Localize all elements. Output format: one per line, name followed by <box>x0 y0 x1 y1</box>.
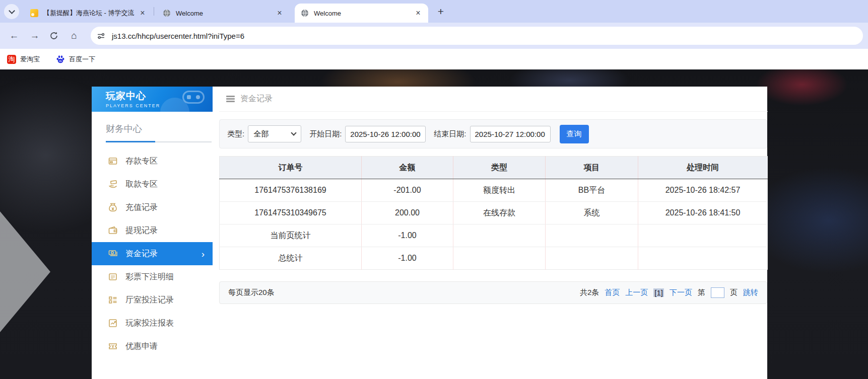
chart-report-icon <box>108 319 117 328</box>
svg-text:du: du <box>59 59 62 62</box>
sidebar-item-label: 提现记录 <box>125 225 158 236</box>
tab-title: Welcome <box>176 10 272 17</box>
browser-toolbar: ← → ⌂ js13.cc/hhcp/usercenter.html?iniTy… <box>0 23 868 49</box>
cell-type: 在线存款 <box>453 202 546 224</box>
cash-notes-icon <box>108 249 117 258</box>
page-title: 资金记录 <box>240 94 273 104</box>
cell-amount: -1.00 <box>362 224 453 247</box>
sidebar-item-label: 玩家投注报表 <box>125 318 174 329</box>
cell-time: 2025-10-26 18:42:57 <box>638 179 768 202</box>
back-icon[interactable]: ← <box>8 30 21 41</box>
section-title: 财务中心 <box>106 123 213 135</box>
table-row-grand-total: 总统计 -1.00 <box>220 247 768 270</box>
wallet-icon <box>108 226 117 235</box>
col-order-id: 订单号 <box>220 157 362 179</box>
cell-order-id: 1761475376138169 <box>220 179 362 202</box>
tab-welcome-1[interactable]: Welcome × <box>157 4 290 23</box>
sidebar-banner: 玩家中心 PLAYERS CENTER <box>92 87 213 112</box>
sidebar-item-withdrawal-records[interactable]: 提现记录 <box>92 219 213 242</box>
money-bag-icon <box>108 203 117 212</box>
jump-suffix-text: 页 <box>730 288 738 297</box>
cell-item: BB平台 <box>546 179 638 202</box>
sidebar-item-withdraw-zone[interactable]: 取款专区 <box>92 173 213 196</box>
start-date-label: 开始日期: <box>309 129 342 139</box>
close-icon[interactable]: × <box>138 8 148 18</box>
sidebar-item-hall-bet-records[interactable]: 厅室投注记录 <box>92 288 213 312</box>
globe-icon <box>163 9 171 17</box>
site-settings-icon[interactable] <box>94 29 108 43</box>
url-text[interactable]: js13.cc/hhcp/usercenter.html?iniType=6 <box>112 32 244 40</box>
first-page-link[interactable]: 首页 <box>605 288 620 297</box>
new-tab-button[interactable]: + <box>434 5 447 18</box>
forward-icon[interactable]: → <box>28 30 41 41</box>
jump-prefix-text: 第 <box>698 288 705 297</box>
sidebar-item-fund-records[interactable]: 资金记录 › <box>92 242 213 265</box>
close-icon[interactable]: × <box>413 8 423 18</box>
filter-bar: 类型: 全部 开始日期: 结束日期: 查询 <box>219 119 767 148</box>
table-row: 1761475376138169 -201.00 额度转出 BB平台 2025-… <box>220 179 768 202</box>
address-bar[interactable]: js13.cc/hhcp/usercenter.html?iniType=6 <box>91 27 863 45</box>
bookmark-taobao[interactable]: 淘 爱淘宝 <box>7 55 40 64</box>
sidebar-item-label: 取款专区 <box>125 179 158 190</box>
sidebar-subtitle: PLAYERS CENTER <box>106 103 213 108</box>
sidebar-menu: 存款专区 取款专区 充值记录 提现记录 <box>92 149 213 358</box>
home-icon[interactable]: ⌂ <box>68 30 81 41</box>
cell-amount: -1.00 <box>362 247 453 270</box>
list-bullets-icon <box>108 295 117 305</box>
bookmark-baidu[interactable]: du 百度一下 <box>56 55 95 64</box>
sidebar-item-label: 优惠申请 <box>125 341 158 352</box>
tab-welcome-active[interactable]: Welcome × <box>295 4 428 23</box>
player-center-card: 玩家中心 PLAYERS CENTER 财务中心 存款专区 取款专区 <box>92 87 767 379</box>
menu-icon[interactable] <box>226 96 235 102</box>
tab-strip: 【新提醒】海燕论坛 - 博学交流 × Welcome × Welcome × + <box>0 0 868 23</box>
main-content: 资金记录 类型: 全部 开始日期: 结束日期: 查询 <box>213 87 768 379</box>
sidebar: 玩家中心 PLAYERS CENTER 财务中心 存款专区 取款专区 <box>92 87 213 379</box>
table-row: 1761475310349675 200.00 在线存款 系统 2025-10-… <box>220 202 768 224</box>
sidebar-item-label: 彩票下注明细 <box>125 272 174 282</box>
table-row-page-total: 当前页统计 -1.00 <box>220 224 768 247</box>
bookmarks-bar: 淘 爱淘宝 du 百度一下 <box>0 49 868 69</box>
type-select[interactable]: 全部 <box>248 125 301 142</box>
gamepad-icon <box>182 91 205 104</box>
start-date-input[interactable] <box>345 126 426 142</box>
sidebar-item-promo-apply[interactable]: 优惠申请 <box>92 335 213 358</box>
sidebar-item-label: 充值记录 <box>125 202 158 213</box>
deposit-card-icon <box>108 157 117 166</box>
col-item: 项目 <box>546 157 638 179</box>
coupon-icon <box>108 342 117 351</box>
browser-window: 【新提醒】海燕论坛 - 博学交流 × Welcome × Welcome × +… <box>0 0 868 379</box>
page-jump-input[interactable] <box>711 287 724 298</box>
type-label: 类型: <box>227 129 244 139</box>
background-triangle-decor <box>0 211 50 332</box>
sidebar-item-lottery-bet-details[interactable]: 彩票下注明细 <box>92 265 213 288</box>
chevron-down-icon <box>9 8 15 14</box>
sidebar-item-deposit-zone[interactable]: 存款专区 <box>92 149 213 173</box>
col-amount: 金额 <box>362 157 453 179</box>
close-icon[interactable]: × <box>275 8 285 18</box>
section-underline <box>106 141 212 142</box>
cell-item: 系统 <box>546 202 638 224</box>
tab-title: Welcome <box>314 10 410 17</box>
bookmark-label: 百度一下 <box>69 55 95 64</box>
baidu-paw-icon: du <box>56 55 65 64</box>
cell-amount: 200.00 <box>362 202 453 224</box>
tab-haiyan-forum[interactable]: 【新提醒】海燕论坛 - 博学交流 × <box>24 4 153 23</box>
sidebar-item-player-bet-report[interactable]: 玩家投注报表 <box>92 312 213 335</box>
sidebar-item-recharge-records[interactable]: 充值记录 <box>92 196 213 219</box>
type-select-value: 全部 <box>253 129 269 139</box>
page-size-text: 每页显示20条 <box>228 288 275 297</box>
prev-page-link[interactable]: 上一页 <box>625 288 648 297</box>
sidebar-item-label: 资金记录 <box>125 249 158 259</box>
reload-icon[interactable] <box>49 31 58 40</box>
chevron-right-icon: › <box>202 249 205 259</box>
sidebar-item-label: 存款专区 <box>125 156 158 167</box>
cell-time: 2025-10-26 18:41:50 <box>638 202 768 224</box>
end-date-input[interactable] <box>470 126 551 142</box>
jump-link[interactable]: 跳转 <box>743 288 758 297</box>
cell-amount: -201.00 <box>362 179 453 202</box>
next-page-link[interactable]: 下一页 <box>670 288 692 297</box>
chevron-down-icon <box>291 130 297 135</box>
cell-type: 额度转出 <box>453 179 546 202</box>
query-button[interactable]: 查询 <box>560 125 589 143</box>
tab-search-button[interactable] <box>4 4 19 19</box>
